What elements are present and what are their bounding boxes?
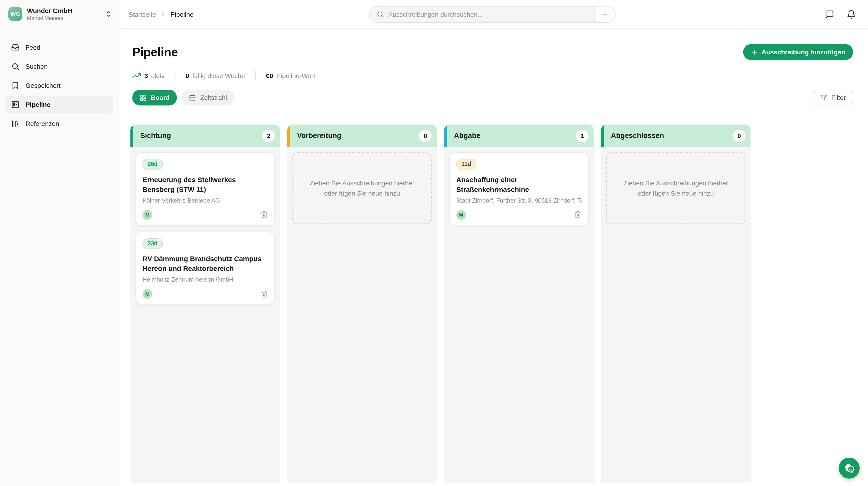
empty-dropzone-text: Ziehen Sie Ausschreibungen hierher oder … (306, 178, 418, 199)
sidebar-item-label: Gespeichert (26, 82, 61, 89)
column-body: 26d Erneuerung des Stellwerkes Bensberg … (130, 147, 280, 483)
org-user: Marcel Meiners (27, 15, 72, 21)
divider (255, 71, 256, 80)
column-count-badge: 0 (733, 130, 745, 142)
column-body: 11d Anschaffung einer Straßenkehrmaschin… (444, 147, 594, 483)
column-body: Ziehen Sie Ausschreibungen hierher oder … (287, 147, 437, 483)
sidebar-item-gespeichert[interactable]: Gespeichert (6, 77, 113, 94)
sidebar-item-label: Suchen (26, 63, 48, 70)
page-header: Pipeline Ausschreibung hinzufügen 3 akti… (119, 29, 868, 106)
search-icon (376, 10, 384, 18)
column-accent (130, 124, 133, 147)
app-root: WG Wunder GmbH Marcel Meiners Feed Suche… (0, 0, 868, 486)
tender-card[interactable]: 23d RV Dämmung Brandschutz Campus Hereon… (135, 232, 275, 305)
chat-launcher-button[interactable] (839, 458, 860, 479)
grid-icon (140, 94, 147, 101)
column-title: Vorbereitung (297, 132, 341, 140)
kanban-icon (11, 101, 20, 109)
column-accent (287, 124, 290, 147)
board-column: Abgabe 1 11d Anschaffung einer Straßenke… (444, 124, 594, 483)
trash-icon (260, 211, 268, 218)
chevron-up-down-icon (105, 10, 112, 18)
chat-icon[interactable] (825, 9, 834, 19)
column-title: Abgeschlossen (611, 132, 664, 140)
org-name: Wunder GmbH (27, 7, 72, 15)
card-subtitle: Stadt Zirndorf, Fürther Str. 8, 90513 Zi… (456, 197, 582, 204)
inbox-icon (11, 43, 20, 52)
delete-card-button[interactable] (574, 211, 582, 218)
topbar-icons (616, 9, 856, 19)
card-footer: M (143, 289, 268, 299)
card-assignee-avatar: M (143, 210, 152, 220)
plus-icon (601, 10, 609, 18)
sidebar-item-referenzen[interactable]: Referenzen (6, 115, 113, 133)
stat-value: 0 (185, 72, 189, 80)
view-board-button[interactable]: Board (132, 90, 177, 106)
page-title: Pipeline (132, 45, 178, 59)
card-deadline-badge: 11d (456, 159, 476, 170)
stat-label: fällig diese Woche (192, 72, 245, 80)
sidebar: WG Wunder GmbH Marcel Meiners Feed Suche… (0, 0, 119, 486)
funnel-icon (820, 94, 827, 101)
tender-card[interactable]: 26d Erneuerung des Stellwerkes Bensberg … (135, 152, 275, 226)
search-add-button[interactable] (594, 6, 615, 22)
global-search (369, 6, 616, 23)
trash-icon (260, 290, 268, 298)
column-count-badge: 1 (576, 130, 589, 142)
trending-up-icon (132, 72, 141, 80)
breadcrumb-home[interactable]: Startseite (129, 10, 156, 18)
sidebar-item-feed[interactable]: Feed (6, 38, 113, 56)
add-tender-button[interactable]: Ausschreibung hinzufügen (743, 44, 853, 60)
view-toggle: Board Zeitstrahl (132, 90, 235, 106)
topbar: Startseite Pipeline (119, 0, 868, 29)
empty-dropzone[interactable]: Ziehen Sie Ausschreibungen hierher oder … (606, 152, 745, 224)
card-footer: M (143, 210, 268, 220)
card-deadline-badge: 23d (143, 238, 163, 249)
chat-bubbles-icon (843, 462, 855, 474)
breadcrumb-current: Pipeline (170, 10, 193, 18)
breadcrumb: Startseite Pipeline (129, 10, 369, 18)
sidebar-item-label: Feed (26, 44, 40, 51)
view-timeline-button[interactable]: Zeitstrahl (182, 90, 235, 106)
delete-card-button[interactable] (260, 211, 268, 218)
bell-icon[interactable] (847, 9, 856, 19)
trash-icon (574, 211, 582, 218)
org-avatar: WG (8, 7, 22, 21)
sidebar-item-label: Referenzen (26, 120, 59, 127)
sidebar-item-label: Pipeline (26, 101, 50, 108)
stat-value: 3 (144, 72, 148, 80)
plus-icon (751, 49, 758, 56)
card-subtitle: Helmholtz-Zentrum hereon GmbH (143, 276, 268, 283)
sidebar-nav: Feed Suchen Gespeichert Pipeline (0, 27, 119, 133)
card-subtitle: Kölner Verkehrs-Betriebe AG (143, 197, 268, 204)
bookmark-icon (11, 81, 20, 90)
card-title: RV Dämmung Brandschutz Campus Hereon und… (143, 254, 268, 274)
stat-label: aktiv (151, 72, 165, 80)
sidebar-item-pipeline[interactable]: Pipeline (6, 96, 113, 113)
column-accent (601, 124, 604, 147)
org-switcher[interactable]: WG Wunder GmbH Marcel Meiners (0, 0, 119, 27)
stat-pipeline-value: €0 Pipeline-Wert (266, 72, 315, 80)
search-icon (11, 62, 20, 70)
column-title: Sichtung (140, 132, 171, 140)
chevron-right-icon (160, 11, 166, 17)
delete-card-button[interactable] (260, 290, 268, 298)
stat-active: 3 aktiv (132, 72, 164, 80)
empty-dropzone[interactable]: Ziehen Sie Ausschreibungen hierher oder … (292, 152, 432, 224)
board-column: Sichtung 2 26d Erneuerung des Stellwerke… (130, 124, 280, 483)
search-input[interactable] (388, 10, 591, 18)
card-assignee-avatar: M (456, 210, 466, 220)
column-accent (444, 124, 447, 147)
board: Sichtung 2 26d Erneuerung des Stellwerke… (119, 124, 868, 486)
card-deadline-badge: 26d (143, 159, 163, 170)
board-column: Abgeschlossen 0 Ziehen Sie Ausschreibung… (601, 124, 750, 483)
tender-card[interactable]: 11d Anschaffung einer Straßenkehrmaschin… (449, 152, 589, 226)
filter-button[interactable]: Filter (813, 90, 853, 106)
sidebar-item-suchen[interactable]: Suchen (6, 58, 113, 75)
calendar-icon (189, 94, 196, 101)
board-controls: Board Zeitstrahl Filter (132, 90, 853, 106)
view-board-label: Board (151, 94, 169, 101)
stat-value: €0 (266, 72, 273, 80)
column-count-badge: 2 (262, 130, 275, 142)
column-body: Ziehen Sie Ausschreibungen hierher oder … (601, 147, 750, 483)
